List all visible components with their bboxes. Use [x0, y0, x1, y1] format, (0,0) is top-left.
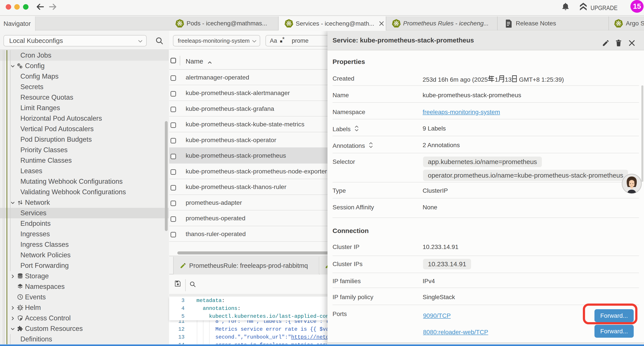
svg-text:HELM: HELM — [18, 307, 23, 309]
